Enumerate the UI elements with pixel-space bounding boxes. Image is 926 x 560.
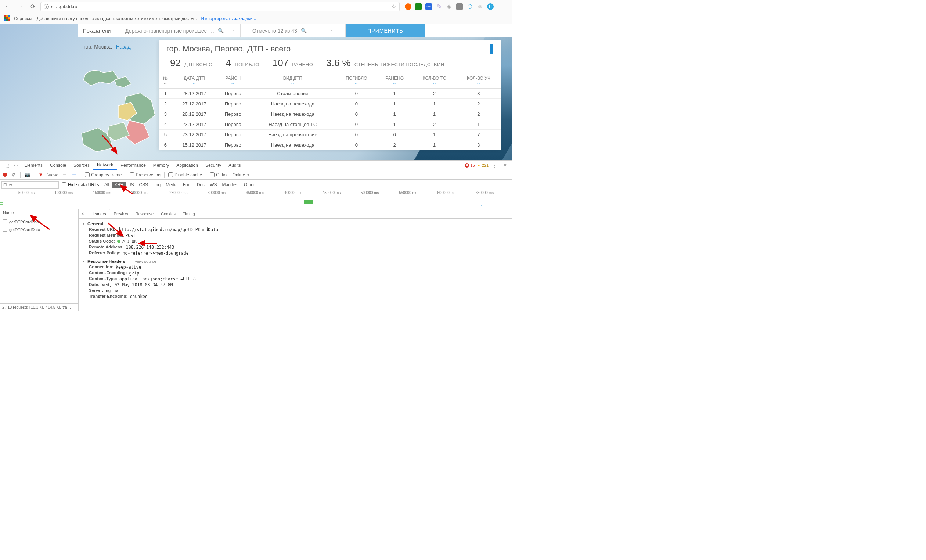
services-label[interactable]: Сервисы	[14, 16, 32, 21]
warning-count[interactable]: 221	[477, 163, 489, 168]
hide-data-urls-checkbox[interactable]: Hide data URLs	[62, 182, 99, 188]
ext-icon[interactable]	[405, 3, 412, 10]
detail-tab-headers[interactable]: Headers	[87, 209, 110, 218]
region-map[interactable]	[78, 64, 159, 159]
table-header[interactable]: РАНЕНО﹀	[377, 74, 413, 89]
devtools-tab-elements[interactable]: Elements	[21, 160, 46, 170]
detail-tab-preview[interactable]: Preview	[110, 209, 132, 218]
filter-type-font[interactable]: Font	[181, 182, 194, 188]
indicators-tab[interactable]: Показатели	[78, 24, 120, 37]
nav-forward-button[interactable]: →	[15, 2, 25, 11]
browser-menu-icon[interactable]: ⋮	[497, 2, 507, 11]
apply-button[interactable]: ПРИМЕНИТЬ	[346, 24, 425, 37]
ext-icon[interactable]	[456, 3, 463, 10]
chevron-down-icon: ﹀	[232, 28, 235, 33]
clear-icon[interactable]: ⊘	[11, 172, 17, 177]
filter-type-img[interactable]: Img	[151, 182, 163, 188]
filter-type-css[interactable]: CSS	[137, 182, 150, 188]
devtools-menu-icon[interactable]: ⋮	[491, 163, 499, 168]
view-source-link[interactable]: view source	[135, 259, 156, 263]
table-row[interactable]: 326.12.2017ПеровоНаезд на пешехода0112	[159, 109, 501, 120]
devtools-tab-sources[interactable]: Sources	[70, 160, 93, 170]
devtools-tab-performance[interactable]: Performance	[117, 160, 150, 170]
ext-icon[interactable]: H	[487, 3, 494, 10]
request-item[interactable]: getDTPCardData	[0, 218, 78, 226]
nav-back-button[interactable]: ←	[3, 2, 12, 11]
table-row[interactable]: 423.12.2017ПеровоНаезд на стоящее ТС0121	[159, 120, 501, 130]
device-toggle-icon[interactable]: ▭	[12, 163, 20, 168]
devtools-close-icon[interactable]: ✕	[501, 163, 509, 168]
view-label: View:	[47, 173, 58, 177]
response-headers-title[interactable]: Response Headers view source	[82, 258, 508, 264]
devtools-tab-console[interactable]: Console	[46, 160, 70, 170]
table-header[interactable]: КОЛ-ВО ТС﹀	[412, 74, 457, 89]
table-header[interactable]: РАЙОН﹀	[217, 74, 250, 89]
detail-tab-cookies[interactable]: Cookies	[157, 209, 179, 218]
panel-marker-icon[interactable]	[490, 44, 493, 54]
table-row[interactable]: 615.12.2017ПеровоНаезд на пешехода0213	[159, 140, 501, 150]
throttling-dropdown[interactable]: Online ▼	[233, 173, 250, 177]
filter-type-media[interactable]: Media	[163, 182, 180, 188]
bookmarks-bar: Сервисы Добавляйте на эту панель закладк…	[0, 13, 512, 24]
filter-input[interactable]	[2, 181, 59, 189]
disable-cache-checkbox[interactable]: Disable cache	[168, 173, 202, 177]
filter-type-xhr[interactable]: XHR	[112, 182, 126, 188]
svg-rect-3	[5, 17, 6, 19]
filter-type-doc[interactable]: Doc	[195, 182, 207, 188]
request-item[interactable]: getDTPCardData	[0, 226, 78, 233]
filter-icon[interactable]: ▼	[38, 172, 44, 177]
table-row[interactable]: 227.12.2017ПеровоНаезд на пешехода0112	[159, 99, 501, 109]
url-text: stat.gibdd.ru	[51, 4, 77, 9]
import-bookmarks-link[interactable]: Импортировать закладки...	[201, 16, 256, 21]
ext-icon[interactable]: ◈	[446, 3, 452, 10]
devtools-tab-audits[interactable]: Audits	[225, 160, 244, 170]
table-header[interactable]: №﹀	[159, 74, 172, 89]
filter-type-ws[interactable]: WS	[207, 182, 219, 188]
network-toolbar: ⊘ 📷 ▼ View: ☰ ☱ Group by frame Preserve …	[0, 170, 512, 180]
apps-icon[interactable]	[5, 15, 9, 22]
filter-type-all[interactable]: All	[102, 182, 111, 188]
close-detail-icon[interactable]: ×	[79, 211, 87, 217]
large-rows-icon[interactable]: ☰	[62, 172, 68, 177]
table-header[interactable]: ВИД ДТП﹀	[250, 74, 336, 89]
capture-icon[interactable]: 📷	[24, 172, 30, 177]
filter-type-js[interactable]: JS	[126, 182, 136, 188]
group-by-frame-checkbox[interactable]: Group by frame	[85, 173, 122, 177]
svg-rect-1	[6, 15, 8, 17]
table-header[interactable]: ДАТА ДТП﹀	[172, 74, 217, 89]
table-row[interactable]: 523.12.2017ПеровоНаезд на препятствие061…	[159, 130, 501, 140]
ext-icon[interactable]	[415, 3, 422, 10]
detail-tab-response[interactable]: Response	[132, 209, 157, 218]
nav-reload-button[interactable]: ⟳	[28, 2, 38, 11]
request-name-column[interactable]: Name	[0, 209, 78, 218]
dtp-filter-dropdown[interactable]: Дорожно-транспортные происшест… 🔍 ﹀	[120, 24, 241, 37]
address-bar[interactable]: i stat.gibdd.ru ☆	[41, 2, 399, 11]
table-header[interactable]: ПОГИБЛО﹀	[336, 74, 377, 89]
back-link[interactable]: Назад	[116, 44, 131, 50]
stat-item: 3.6 %СТЕПЕНЬ ТЯЖЕСТИ ПОСЛЕДСТВИЙ	[326, 58, 444, 69]
offline-checkbox[interactable]: Offline	[210, 173, 228, 177]
selected-count-dropdown[interactable]: Отмечено 12 из 43 🔍 ﹀	[247, 24, 339, 37]
table-header[interactable]: КОЛ-ВО УЧ﹀	[457, 74, 501, 89]
waterfall-icon[interactable]: ☱	[71, 172, 77, 177]
devtools-tab-memory[interactable]: Memory	[150, 160, 172, 170]
record-button[interactable]	[3, 173, 7, 177]
site-info-icon[interactable]: i	[44, 4, 49, 9]
network-timeline[interactable]: 50000 ms100000 ms150000 ms200000 ms25000…	[0, 190, 512, 209]
devtools-tab-application[interactable]: Application	[172, 160, 202, 170]
inspect-icon[interactable]: ⬚	[3, 163, 11, 168]
ext-icon[interactable]: New	[425, 3, 432, 10]
filter-type-other[interactable]: Other	[242, 182, 257, 188]
filter-type-manifest[interactable]: Manifest	[220, 182, 241, 188]
error-count[interactable]: 15	[465, 163, 475, 168]
devtools-tab-security[interactable]: Security	[202, 160, 225, 170]
table-row[interactable]: 128.12.2017ПеровоСтолкновение0123	[159, 89, 501, 99]
preserve-log-checkbox[interactable]: Preserve log	[130, 173, 160, 177]
ext-icon[interactable]: ✎	[436, 3, 442, 10]
ext-icon[interactable]: ☺	[477, 3, 483, 10]
ext-icon[interactable]: ⬡	[466, 3, 473, 10]
bookmark-star-icon[interactable]: ☆	[391, 3, 396, 10]
general-section-title[interactable]: General	[82, 221, 508, 227]
detail-tab-timing[interactable]: Timing	[179, 209, 199, 218]
devtools-tab-network[interactable]: Network	[93, 160, 117, 170]
